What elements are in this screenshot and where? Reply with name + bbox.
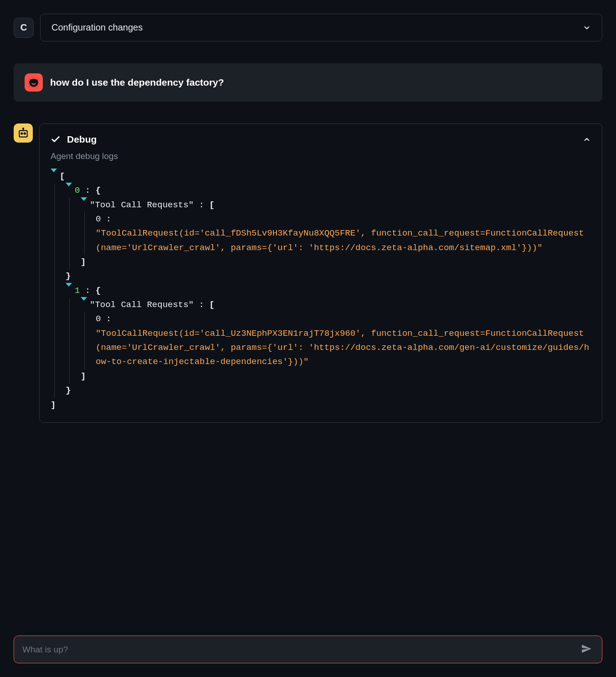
user-message-text: how do I use the dependency factory?	[50, 77, 224, 88]
chat-input-bar	[14, 636, 602, 663]
close-brace: }	[66, 271, 71, 281]
json-string-value: "ToolCallRequest(id='call_Uz3NEphPX3EN1r…	[96, 327, 591, 369]
json-tree: [ 0 : { "Tool Call Requests"	[51, 169, 591, 412]
user-avatar	[25, 73, 43, 92]
close-bracket: ]	[81, 257, 86, 267]
user-message: how do I use the dependency factory?	[14, 63, 602, 102]
svg-point-2	[31, 81, 33, 82]
debug-title: Debug	[67, 134, 97, 145]
tree-caret-icon[interactable]	[51, 169, 57, 172]
send-icon	[581, 649, 592, 656]
open-bracket: [	[209, 200, 214, 210]
check-icon	[51, 134, 61, 144]
chevron-up-icon[interactable]	[583, 135, 591, 144]
json-string-value: "ToolCallRequest(id='call_fDSh5Lv9H3Kfay…	[96, 226, 591, 255]
agent-avatar	[14, 123, 33, 143]
chat-input[interactable]	[22, 645, 579, 655]
json-key: "Tool Call Requests"	[90, 200, 194, 210]
tree-caret-icon[interactable]	[66, 283, 72, 287]
json-item-index: 0	[96, 314, 101, 324]
svg-point-6	[24, 133, 26, 134]
chat-avatar-c: C	[14, 18, 34, 38]
json-index: 0	[75, 185, 80, 195]
json-item-index: 0	[96, 214, 101, 224]
avatar-letter: C	[21, 22, 27, 33]
close-brace: }	[66, 385, 71, 395]
tree-caret-icon[interactable]	[81, 297, 87, 301]
svg-point-3	[35, 81, 36, 82]
debug-subtitle: Agent debug logs	[51, 151, 591, 161]
open-brace: {	[96, 286, 101, 296]
svg-point-8	[23, 128, 24, 129]
json-index: 1	[75, 286, 80, 296]
tree-caret-icon[interactable]	[66, 183, 72, 186]
debug-panel: Debug Agent debug logs [ 0 : {	[39, 123, 602, 423]
open-bracket: [	[60, 169, 65, 184]
svg-rect-4	[19, 131, 27, 137]
config-dropdown[interactable]: Configuration changes	[40, 14, 602, 41]
json-key: "Tool Call Requests"	[90, 300, 194, 310]
svg-point-5	[21, 133, 22, 134]
close-bracket: ]	[81, 371, 86, 381]
send-button[interactable]	[579, 641, 594, 657]
open-bracket: [	[209, 300, 214, 310]
chevron-down-icon	[583, 24, 591, 32]
tree-caret-icon[interactable]	[81, 197, 87, 201]
open-brace: {	[96, 185, 101, 195]
config-dropdown-label: Configuration changes	[51, 22, 143, 33]
close-bracket: ]	[51, 400, 56, 410]
